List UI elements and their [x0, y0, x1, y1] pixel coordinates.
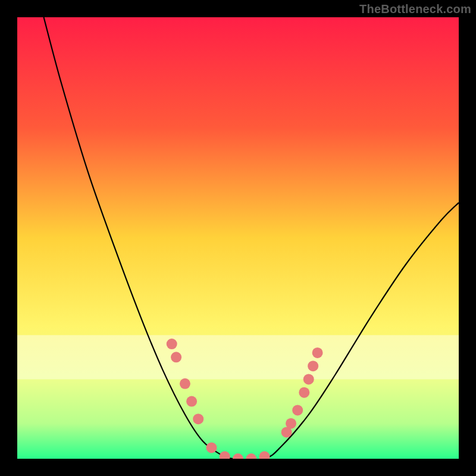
data-marker [167, 339, 177, 349]
data-marker [299, 387, 309, 398]
data-marker [171, 352, 181, 362]
data-marker [193, 414, 203, 424]
watermark-text: TheBottleneck.com [359, 2, 471, 16]
data-marker [206, 442, 217, 453]
data-marker [312, 347, 323, 358]
data-marker [292, 405, 303, 415]
chart-background-gradient [17, 17, 459, 459]
data-marker [186, 396, 197, 407]
data-marker [286, 418, 296, 429]
chart-plot-area [17, 17, 459, 459]
data-marker [303, 374, 314, 384]
chart-pale-band [17, 335, 459, 379]
data-marker [180, 378, 190, 389]
chart-svg [17, 17, 459, 459]
data-marker [308, 361, 318, 371]
